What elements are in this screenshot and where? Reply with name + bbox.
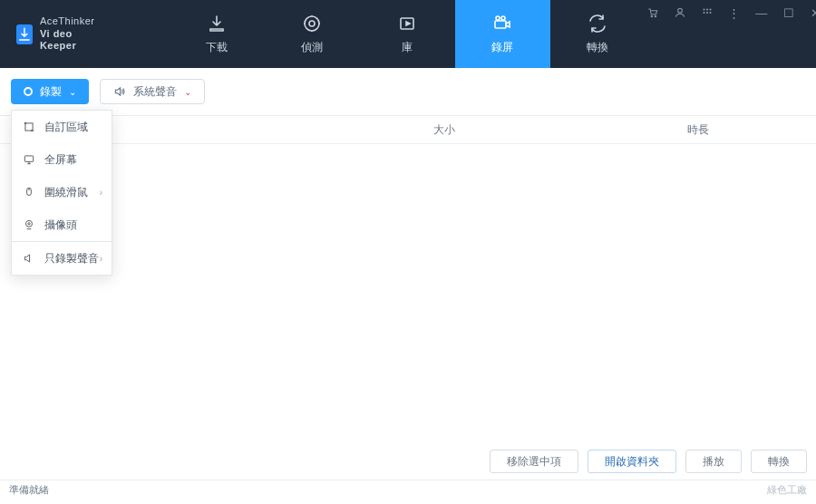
record-button[interactable]: 錄製 ⌄ [11,79,89,104]
svg-rect-15 [25,123,33,131]
nav-convert-label: 轉換 [587,40,608,55]
record-dot-icon [24,87,33,96]
nav-record-label: 錄屏 [491,40,513,55]
maximize-icon[interactable]: ☐ [782,5,796,20]
list-body [0,144,816,443]
title-bar: AceThinker Vi deo Keeper 下載 偵測 庫 錄屏 轉換 ⋮ [0,0,816,68]
nav-download-label: 下載 [206,40,228,55]
chevron-right-icon: › [100,254,102,264]
dropdown-item-webcam[interactable]: 攝像頭 [12,208,112,241]
system-sound-label: 系統聲音 [133,84,177,100]
status-bar: 準備就緒 綠色工廠 [0,480,816,499]
svg-point-11 [709,8,711,10]
app-title: AceThinker Vi deo Keeper [40,15,99,53]
svg-point-1 [309,21,315,26]
crop-icon [23,121,35,133]
dropdown-item-audio-only[interactable]: 只錄製聲音 › [12,242,112,275]
column-size[interactable]: 大小 [417,122,671,138]
nav-detect[interactable]: 偵測 [265,0,360,68]
dropdown-item-custom-region[interactable]: 自訂區域 [12,111,112,143]
chevron-down-icon: ⌄ [184,87,191,97]
footer-buttons: 移除選中項 開啟資料夾 播放 轉換 [0,443,816,480]
svg-point-10 [706,8,708,10]
chevron-down-icon: ⌄ [69,87,76,97]
nav-record[interactable]: 錄屏 [455,0,550,68]
menu-grid-icon[interactable] [700,5,714,20]
watermark-text: 綠色工廠 [767,483,807,497]
dropdown-label: 全屏幕 [44,152,77,168]
main-nav: 下載 偵測 庫 錄屏 轉換 [170,0,646,68]
convert-button[interactable]: 轉換 [751,450,807,473]
toolbar: 錄製 ⌄ 系統聲音 ⌄ 自訂區域 全屏幕 圍繞滑鼠 › 攝像頭 只錄製聲音 › [0,68,816,115]
close-icon[interactable]: ✕ [809,5,816,20]
svg-point-5 [501,16,505,20]
svg-point-6 [651,15,653,17]
dropdown-item-fullscreen[interactable]: 全屏幕 [12,143,112,176]
nav-detect-label: 偵測 [301,40,323,55]
nav-library-label: 庫 [402,40,413,55]
svg-rect-3 [495,21,506,28]
svg-rect-16 [24,156,33,161]
svg-point-9 [703,8,704,10]
cart-icon[interactable] [646,5,660,20]
dropdown-label: 攝像頭 [44,218,77,233]
status-text: 準備就緒 [9,483,49,497]
speaker-icon [113,85,126,98]
svg-point-13 [706,12,708,14]
list-header: 大小 時長 [0,115,816,144]
mouse-icon [23,186,35,199]
svg-point-18 [26,220,33,227]
monitor-icon [23,153,35,166]
dropdown-label: 自訂區域 [44,120,88,135]
user-icon[interactable] [673,5,687,20]
minimize-icon[interactable]: — [754,5,769,20]
record-button-label: 錄製 [40,84,62,100]
open-folder-button[interactable]: 開啟資料夾 [588,450,676,473]
logo-icon [16,24,33,44]
nav-download[interactable]: 下載 [170,0,265,68]
column-duration[interactable]: 時長 [671,122,816,138]
svg-point-0 [305,16,319,31]
dropdown-label: 圍繞滑鼠 [44,185,88,200]
brand-top: AceThinker [40,15,99,28]
record-mode-dropdown: 自訂區域 全屏幕 圍繞滑鼠 › 攝像頭 只錄製聲音 › [11,110,112,276]
audio-icon [23,252,35,265]
svg-point-8 [677,8,682,13]
chevron-right-icon: › [100,188,102,198]
nav-library[interactable]: 庫 [360,0,455,68]
svg-point-4 [496,16,500,20]
dropdown-item-around-mouse[interactable]: 圍繞滑鼠 › [12,176,112,208]
svg-point-19 [28,223,30,225]
nav-convert[interactable]: 轉換 [550,0,646,68]
window-controls: ⋮ — ☐ ✕ [646,0,816,20]
dropdown-label: 只錄製聲音 [44,251,99,267]
more-icon[interactable]: ⋮ [727,5,742,20]
svg-point-7 [655,15,656,17]
svg-point-12 [703,12,704,14]
play-button[interactable]: 播放 [685,450,742,473]
remove-selected-button[interactable]: 移除選中項 [490,450,578,473]
brand-bottom: Vi deo Keeper [40,28,99,53]
system-sound-button[interactable]: 系統聲音 ⌄ [100,79,205,104]
app-logo: AceThinker Vi deo Keeper [0,0,115,68]
webcam-icon [23,218,35,231]
svg-point-14 [709,12,711,14]
